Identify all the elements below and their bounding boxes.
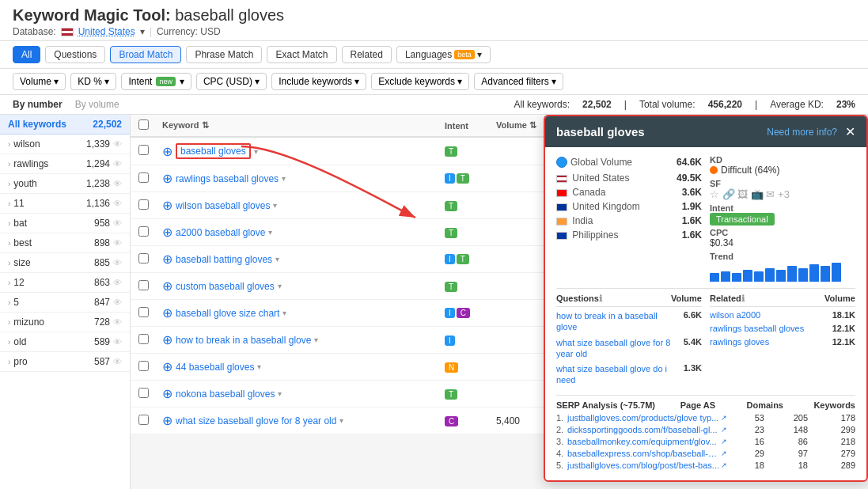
external-link-icon[interactable]: ↗ (721, 426, 727, 434)
serp-link[interactable]: justballgloves.com/products/glove typ... (567, 413, 719, 423)
row-checkbox[interactable] (138, 145, 149, 155)
add-keyword-icon[interactable]: ⊕ (162, 305, 172, 320)
col-keyword[interactable]: Keyword ⇅ (162, 120, 445, 131)
external-link-icon[interactable]: ↗ (721, 449, 727, 457)
serp-link[interactable]: justballgloves.com/blog/post/best-bas... (567, 461, 719, 470)
row-checkbox[interactable] (138, 307, 149, 317)
filter-kd[interactable]: KD % ▾ (70, 73, 116, 90)
add-keyword-icon[interactable]: ⊕ (162, 225, 172, 240)
tab-all[interactable]: All (13, 46, 40, 63)
filter-cpc[interactable]: CPC (USD) ▾ (196, 73, 267, 90)
tab-exact-match[interactable]: Exact Match (267, 46, 336, 63)
sidebar-item[interactable]: › 12 863 👁 (0, 273, 130, 293)
filter-advanced[interactable]: Advanced filters ▾ (474, 73, 563, 90)
view-by-volume[interactable]: By volume (75, 99, 119, 110)
keyword-link[interactable]: a2000 baseball glove (176, 227, 265, 238)
tab-phrase-match[interactable]: Phrase Match (186, 46, 262, 63)
serp-link[interactable]: baseballexpress.com/shop/baseball-gl... (567, 449, 719, 458)
related-link[interactable]: rawlings gloves (710, 337, 828, 347)
row-checkbox[interactable] (138, 253, 149, 263)
page-title: Keyword Magic Tool: baseball gloves (13, 6, 855, 25)
keyword-link[interactable]: baseball batting gloves (176, 254, 272, 265)
database-value[interactable]: United States (78, 26, 135, 37)
need-more-info-link[interactable]: Need more info? (767, 127, 837, 138)
sidebar-item[interactable]: › old 589 👁 (0, 332, 130, 352)
chevron-down-icon[interactable]: ▾ (278, 389, 282, 398)
add-keyword-icon[interactable]: ⊕ (162, 413, 172, 428)
chevron-down-icon[interactable]: ▾ (275, 255, 279, 263)
keyword-cell: ⊕ what size baseball glove for 8 year ol… (162, 413, 445, 428)
view-by-number[interactable]: By number (13, 99, 63, 110)
row-checkbox[interactable] (138, 226, 149, 237)
sidebar-item[interactable]: › size 885 👁 (0, 253, 130, 273)
sidebar-item[interactable]: › youth 1,238 👁 (0, 174, 130, 194)
select-all-checkbox[interactable] (138, 119, 149, 130)
keyword-link[interactable]: rawlings baseball gloves (176, 173, 279, 184)
tab-broad-match[interactable]: Broad Match (110, 46, 181, 63)
keyword-link[interactable]: custom baseball gloves (176, 281, 275, 292)
question-link[interactable]: how to break in a baseball glove (556, 310, 679, 333)
add-keyword-icon[interactable]: ⊕ (162, 332, 172, 347)
add-keyword-icon[interactable]: ⊕ (162, 252, 172, 267)
add-keyword-icon[interactable]: ⊕ (162, 198, 172, 213)
keyword-link[interactable]: nokona baseball gloves (176, 389, 275, 400)
chevron-down-icon[interactable]: ▾ (273, 201, 277, 210)
keyword-link[interactable]: 44 baseball gloves (176, 362, 254, 373)
add-keyword-icon[interactable]: ⊕ (162, 144, 172, 159)
keyword-cell: ⊕ a2000 baseball glove ▾ (162, 225, 445, 240)
tab-related[interactable]: Related (342, 46, 392, 63)
chevron-down-icon[interactable]: ▾ (282, 174, 286, 183)
close-popup-button[interactable]: ✕ (845, 124, 855, 139)
keyword-link[interactable]: what size baseball glove for 8 year old (176, 415, 336, 426)
tab-languages[interactable]: Languages beta ▾ (396, 46, 491, 63)
chevron-down-icon[interactable]: ▾ (339, 416, 343, 425)
external-link-icon[interactable]: ↗ (721, 438, 727, 445)
chevron-down-icon[interactable]: ▾ (282, 309, 286, 317)
sidebar-item-label: old (13, 336, 94, 347)
tab-questions[interactable]: Questions (45, 46, 105, 63)
related-link[interactable]: rawlings baseball gloves (710, 324, 828, 333)
add-keyword-icon[interactable]: ⊕ (162, 359, 172, 374)
related-link[interactable]: wilson a2000 (710, 310, 828, 320)
row-checkbox[interactable] (138, 388, 149, 398)
sidebar-item[interactable]: › mizuno 728 👁 (0, 313, 130, 332)
row-checkbox[interactable] (138, 199, 149, 210)
keyword-popup: baseball gloves Need more info? ✕ (544, 115, 868, 482)
eye-icon: 👁 (113, 278, 122, 287)
filter-volume[interactable]: Volume ▾ (13, 73, 66, 90)
external-link-icon[interactable]: ↗ (721, 461, 727, 469)
chevron-down-icon[interactable]: ▾ (314, 335, 318, 344)
question-link[interactable]: what size baseball glove for 8 year old (556, 337, 679, 360)
add-keyword-icon[interactable]: ⊕ (162, 386, 172, 401)
row-checkbox[interactable] (138, 415, 149, 425)
chevron-down-icon[interactable]: ▾ (257, 362, 261, 371)
row-checkbox[interactable] (138, 172, 149, 183)
filter-include[interactable]: Include keywords ▾ (271, 73, 366, 90)
add-keyword-icon[interactable]: ⊕ (162, 279, 172, 294)
external-link-icon[interactable]: ↗ (721, 414, 727, 422)
chevron-down-icon[interactable]: ▾ (278, 282, 282, 290)
filter-exclude[interactable]: Exclude keywords ▾ (371, 73, 469, 90)
filter-intent[interactable]: Intent new ▾ (121, 73, 191, 90)
keyword-link[interactable]: baseball glove size chart (176, 308, 279, 319)
serp-link[interactable]: baseballmonkey.com/equipment/glov... (567, 437, 719, 446)
sidebar-item[interactable]: › 5 847 👁 (0, 293, 130, 313)
sidebar-item[interactable]: › pro 587 👁 (0, 352, 130, 372)
sidebar-item[interactable]: › 11 1,136 👁 (0, 194, 130, 214)
row-checkbox[interactable] (138, 361, 149, 371)
question-link[interactable]: what size baseball glove do i need (556, 363, 679, 386)
sidebar-item[interactable]: › bat 958 👁 (0, 214, 130, 233)
chevron-down-icon[interactable]: ▾ (268, 228, 272, 237)
keyword-link[interactable]: baseball gloves (176, 143, 251, 159)
keyword-link[interactable]: wilson baseball gloves (176, 200, 270, 211)
chevron-down-icon[interactable]: ▾ (254, 147, 258, 156)
sidebar-item[interactable]: › rawlings 1,294 👁 (0, 154, 130, 174)
add-keyword-icon[interactable]: ⊕ (162, 171, 172, 186)
sidebar-item[interactable]: › wilson 1,339 👁 (0, 135, 130, 154)
serp-link[interactable]: dickssportinggoods.com/f/baseball-gl... (567, 425, 719, 434)
row-checkbox[interactable] (138, 280, 149, 290)
row-checkbox[interactable] (138, 334, 149, 344)
keyword-link[interactable]: how to break in a baseball glove (176, 335, 311, 346)
sidebar-item[interactable]: › best 898 👁 (0, 233, 130, 253)
chevron-down-icon[interactable]: ▾ (140, 26, 145, 37)
